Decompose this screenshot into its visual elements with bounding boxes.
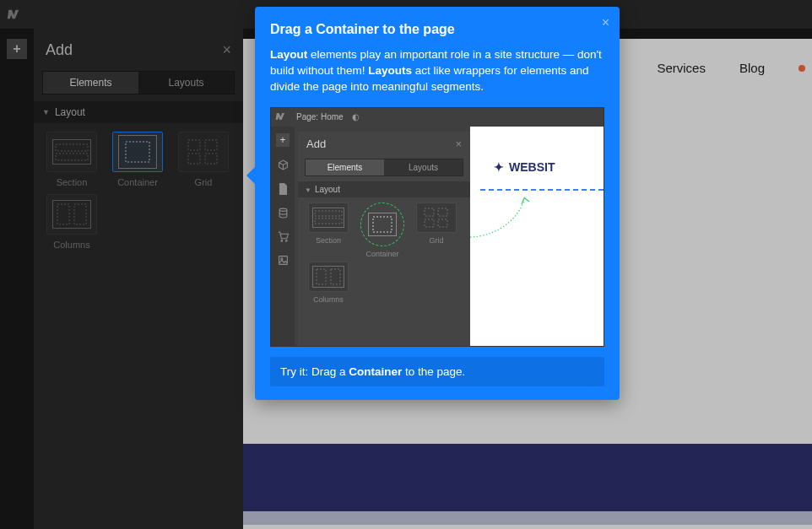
section-layout-label: Layout [55, 106, 85, 118]
mini-page-label: Page: Home [296, 112, 344, 121]
layout-item-grid-label: Grid [195, 177, 213, 187]
add-panel-title: Add [46, 41, 73, 59]
image-icon [278, 255, 289, 266]
svg-rect-5 [188, 140, 200, 150]
layout-item-container-label: Container [117, 177, 158, 187]
svg-point-16 [280, 257, 282, 259]
svg-rect-27 [317, 269, 326, 284]
mini-item-container: Container [355, 201, 409, 260]
svg-rect-8 [205, 154, 217, 164]
mini-section-header: ▼Layout [298, 181, 470, 197]
svg-rect-10 [57, 204, 69, 224]
svg-rect-28 [331, 269, 340, 284]
svg-rect-15 [279, 256, 287, 264]
bubble-body-strong2: Layouts [368, 64, 412, 77]
tryit-bold: Container [349, 365, 402, 378]
svg-point-12 [279, 208, 287, 211]
tutorial-illustration: Page: Home ◐ + Add × [270, 107, 604, 347]
layout-item-section-label: Section [57, 177, 88, 187]
mini-canvas: ✦ WEBSIT [470, 127, 604, 346]
layout-item-container[interactable]: Container [105, 128, 171, 191]
mini-item-container-label: Container [365, 250, 398, 258]
svg-rect-6 [205, 140, 217, 150]
mini-topbar: Page: Home ◐ [271, 108, 604, 127]
layout-item-grid[interactable]: Grid [171, 128, 236, 191]
svg-rect-4 [126, 142, 149, 162]
close-icon[interactable]: × [222, 41, 231, 59]
svg-point-13 [281, 240, 283, 241]
mini-rail: + [271, 127, 295, 346]
mini-tab-elements: Elements [306, 159, 384, 175]
drag-arrow-icon [470, 194, 604, 245]
mini-headline-text: WEBSIT [509, 160, 555, 174]
svg-point-14 [285, 240, 287, 241]
svg-rect-1 [56, 144, 88, 151]
mini-item-grid-label: Grid [429, 236, 443, 245]
svg-rect-2 [56, 154, 88, 160]
svg-rect-20 [369, 213, 397, 235]
page-hero-band [243, 444, 812, 511]
mini-add-panel: Add × Elements Layouts ▼Layout Section [298, 132, 470, 346]
mini-item-section-label: Section [316, 236, 341, 245]
mini-item-columns: Columns [301, 260, 355, 305]
page-nav: Services Blog [657, 61, 805, 75]
mini-item-section: Section [301, 201, 355, 260]
svg-rect-18 [315, 211, 342, 216]
mini-item-grid: Grid [409, 201, 463, 260]
bubble-body: Layout elements play an important role i… [270, 47, 604, 95]
tab-elements[interactable]: Elements [43, 72, 138, 94]
nav-services[interactable]: Services [657, 61, 706, 75]
mini-section-label: Layout [315, 185, 340, 194]
bubble-body-strong1: Layout [270, 48, 307, 61]
layout-item-columns[interactable]: Columns [39, 191, 105, 253]
database-icon [278, 208, 289, 219]
layout-item-section[interactable]: Section [39, 128, 105, 191]
page-icon [278, 183, 288, 195]
left-tool-rail: + [0, 29, 34, 529]
svg-rect-19 [315, 219, 342, 224]
add-panel-header: Add × [34, 29, 243, 71]
tutorial-bubble: × Drag a Container to the page Layout el… [255, 7, 620, 400]
bubble-title: Drag a Container to the page [270, 22, 604, 37]
add-panel: Add × Elements Layouts ▼ Layout Section [34, 29, 243, 529]
mini-headline: ✦ WEBSIT [494, 160, 555, 174]
preview-icon: ◐ [352, 112, 360, 121]
svg-rect-3 [119, 136, 157, 169]
layout-item-columns-label: Columns [53, 240, 89, 250]
add-panel-tabs: Elements Layouts [42, 71, 235, 94]
cart-icon [278, 231, 289, 242]
close-icon[interactable]: × [602, 15, 609, 30]
svg-rect-23 [438, 208, 447, 216]
webflow-logo-icon [7, 7, 22, 22]
svg-rect-25 [438, 219, 447, 227]
add-element-button[interactable]: + [7, 39, 27, 59]
nav-indicator-icon [798, 65, 805, 72]
tryit-suffix: to the page. [402, 365, 465, 378]
bubble-pointer-icon [246, 167, 255, 184]
svg-rect-7 [188, 154, 200, 164]
svg-rect-24 [425, 219, 434, 227]
tryit-prefix: Try it: Drag a [280, 365, 349, 378]
mini-dashed-line [480, 189, 604, 191]
cube-icon [278, 159, 289, 170]
mini-panel-title: Add [306, 138, 326, 150]
sparkle-icon: ✦ [494, 160, 504, 174]
plus-icon: + [276, 133, 290, 147]
tab-layouts[interactable]: Layouts [138, 72, 234, 94]
mini-tab-layouts: Layouts [384, 159, 463, 175]
webflow-logo-icon [275, 111, 287, 122]
svg-rect-22 [425, 208, 434, 216]
svg-rect-21 [373, 217, 392, 232]
nav-blog[interactable]: Blog [739, 61, 765, 75]
close-icon: × [455, 138, 462, 150]
chevron-down-icon: ▼ [305, 186, 311, 194]
mini-item-columns-label: Columns [313, 295, 344, 304]
section-layout-header[interactable]: ▼ Layout [34, 101, 243, 123]
chevron-down-icon: ▼ [42, 108, 50, 116]
tryit-bar: Try it: Drag a Container to the page. [270, 357, 604, 386]
svg-rect-11 [74, 204, 86, 224]
page-sub-band [243, 511, 812, 525]
layout-items: Section Container Grid [34, 123, 243, 258]
